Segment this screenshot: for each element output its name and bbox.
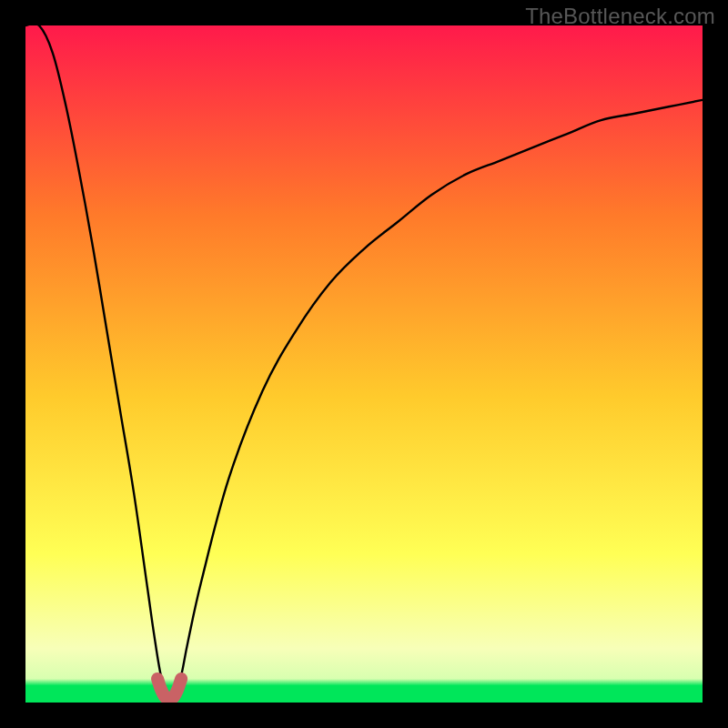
plot-area bbox=[25, 25, 703, 703]
optimal-marker bbox=[157, 679, 181, 700]
chart-frame: TheBottleneck.com bbox=[0, 0, 728, 728]
curve-layer bbox=[25, 25, 703, 703]
bottleneck-curve bbox=[25, 25, 703, 699]
